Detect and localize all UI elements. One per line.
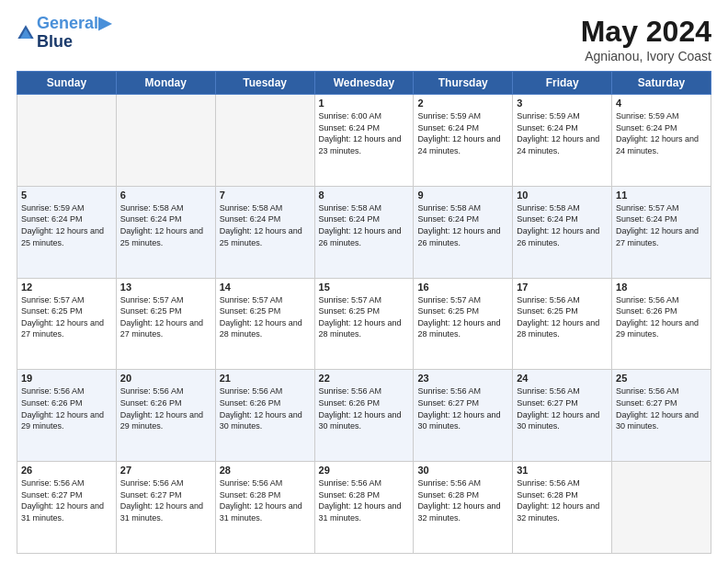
calendar-week-4: 19Sunrise: 5:56 AM Sunset: 6:26 PM Dayli… bbox=[17, 370, 711, 462]
calendar-cell: 20Sunrise: 5:56 AM Sunset: 6:26 PM Dayli… bbox=[116, 370, 215, 462]
day-number: 7 bbox=[220, 190, 311, 201]
day-number: 12 bbox=[21, 282, 112, 293]
calendar-cell: 30Sunrise: 5:56 AM Sunset: 6:28 PM Dayli… bbox=[414, 462, 513, 554]
day-number: 6 bbox=[120, 190, 211, 201]
day-number: 24 bbox=[517, 373, 608, 384]
calendar-cell: 18Sunrise: 5:56 AM Sunset: 6:26 PM Dayli… bbox=[612, 278, 711, 370]
calendar-cell bbox=[612, 462, 711, 554]
day-number: 17 bbox=[517, 282, 608, 293]
logo-icon bbox=[17, 24, 35, 42]
day-info: Sunrise: 5:56 AM Sunset: 6:26 PM Dayligh… bbox=[120, 385, 211, 431]
day-number: 14 bbox=[220, 282, 311, 293]
day-number: 13 bbox=[120, 282, 211, 293]
day-number: 29 bbox=[319, 465, 410, 476]
day-info: Sunrise: 5:56 AM Sunset: 6:25 PM Dayligh… bbox=[517, 294, 608, 340]
day-info: Sunrise: 5:59 AM Sunset: 6:24 PM Dayligh… bbox=[616, 110, 707, 156]
calendar-cell: 11Sunrise: 5:57 AM Sunset: 6:24 PM Dayli… bbox=[612, 186, 711, 278]
day-number: 19 bbox=[21, 373, 112, 384]
page: General▶ Blue May 2024 Agnianou, Ivory C… bbox=[0, 0, 728, 563]
calendar-cell: 21Sunrise: 5:56 AM Sunset: 6:26 PM Dayli… bbox=[215, 370, 314, 462]
calendar-cell: 17Sunrise: 5:56 AM Sunset: 6:25 PM Dayli… bbox=[513, 278, 612, 370]
calendar-cell: 27Sunrise: 5:56 AM Sunset: 6:27 PM Dayli… bbox=[116, 462, 215, 554]
calendar-cell: 12Sunrise: 5:57 AM Sunset: 6:25 PM Dayli… bbox=[17, 278, 117, 370]
day-info: Sunrise: 5:59 AM Sunset: 6:24 PM Dayligh… bbox=[417, 110, 508, 156]
day-info: Sunrise: 5:57 AM Sunset: 6:25 PM Dayligh… bbox=[220, 294, 311, 340]
calendar-cell: 2Sunrise: 5:59 AM Sunset: 6:24 PM Daylig… bbox=[414, 95, 513, 187]
day-info: Sunrise: 5:57 AM Sunset: 6:24 PM Dayligh… bbox=[616, 202, 707, 248]
calendar-cell: 7Sunrise: 5:58 AM Sunset: 6:24 PM Daylig… bbox=[215, 186, 314, 278]
day-info: Sunrise: 5:56 AM Sunset: 6:26 PM Dayligh… bbox=[220, 385, 311, 431]
day-info: Sunrise: 5:57 AM Sunset: 6:25 PM Dayligh… bbox=[319, 294, 410, 340]
day-info: Sunrise: 5:59 AM Sunset: 6:24 PM Dayligh… bbox=[517, 110, 608, 156]
calendar-week-1: 1Sunrise: 6:00 AM Sunset: 6:24 PM Daylig… bbox=[17, 95, 711, 187]
day-info: Sunrise: 5:56 AM Sunset: 6:26 PM Dayligh… bbox=[616, 294, 707, 340]
calendar-cell: 14Sunrise: 5:57 AM Sunset: 6:25 PM Dayli… bbox=[215, 278, 314, 370]
calendar-cell: 16Sunrise: 5:57 AM Sunset: 6:25 PM Dayli… bbox=[414, 278, 513, 370]
calendar-cell: 10Sunrise: 5:58 AM Sunset: 6:24 PM Dayli… bbox=[513, 186, 612, 278]
day-info: Sunrise: 5:56 AM Sunset: 6:27 PM Dayligh… bbox=[417, 385, 508, 431]
header-friday: Friday bbox=[513, 72, 612, 95]
calendar-cell: 23Sunrise: 5:56 AM Sunset: 6:27 PM Dayli… bbox=[414, 370, 513, 462]
day-number: 22 bbox=[319, 373, 410, 384]
day-number: 26 bbox=[21, 465, 112, 476]
logo: General▶ Blue bbox=[17, 15, 111, 52]
calendar-cell bbox=[17, 95, 117, 187]
day-info: Sunrise: 5:56 AM Sunset: 6:26 PM Dayligh… bbox=[21, 385, 112, 431]
calendar-cell: 3Sunrise: 5:59 AM Sunset: 6:24 PM Daylig… bbox=[513, 95, 612, 187]
logo-blue: Blue bbox=[37, 33, 111, 52]
day-number: 9 bbox=[417, 190, 508, 201]
calendar-cell: 8Sunrise: 5:58 AM Sunset: 6:24 PM Daylig… bbox=[314, 186, 414, 278]
calendar-cell: 1Sunrise: 6:00 AM Sunset: 6:24 PM Daylig… bbox=[314, 95, 414, 187]
day-info: Sunrise: 5:58 AM Sunset: 6:24 PM Dayligh… bbox=[220, 202, 311, 248]
title-location: Agnianou, Ivory Coast bbox=[581, 49, 711, 63]
day-number: 11 bbox=[616, 190, 707, 201]
day-number: 3 bbox=[517, 98, 608, 109]
day-number: 23 bbox=[417, 373, 508, 384]
calendar-cell: 26Sunrise: 5:56 AM Sunset: 6:27 PM Dayli… bbox=[17, 462, 117, 554]
day-info: Sunrise: 5:56 AM Sunset: 6:28 PM Dayligh… bbox=[220, 477, 311, 523]
calendar-cell: 19Sunrise: 5:56 AM Sunset: 6:26 PM Dayli… bbox=[17, 370, 117, 462]
calendar-cell: 29Sunrise: 5:56 AM Sunset: 6:28 PM Dayli… bbox=[314, 462, 414, 554]
calendar-week-2: 5Sunrise: 5:59 AM Sunset: 6:24 PM Daylig… bbox=[17, 186, 711, 278]
day-info: Sunrise: 5:58 AM Sunset: 6:24 PM Dayligh… bbox=[417, 202, 508, 248]
title-block: May 2024 Agnianou, Ivory Coast bbox=[581, 15, 711, 63]
calendar-cell: 28Sunrise: 5:56 AM Sunset: 6:28 PM Dayli… bbox=[215, 462, 314, 554]
day-number: 27 bbox=[120, 465, 211, 476]
day-info: Sunrise: 5:58 AM Sunset: 6:24 PM Dayligh… bbox=[120, 202, 211, 248]
day-number: 28 bbox=[220, 465, 311, 476]
day-number: 16 bbox=[417, 282, 508, 293]
day-number: 1 bbox=[319, 98, 410, 109]
day-info: Sunrise: 6:00 AM Sunset: 6:24 PM Dayligh… bbox=[319, 110, 410, 156]
calendar-cell: 5Sunrise: 5:59 AM Sunset: 6:24 PM Daylig… bbox=[17, 186, 117, 278]
day-info: Sunrise: 5:58 AM Sunset: 6:24 PM Dayligh… bbox=[517, 202, 608, 248]
day-number: 31 bbox=[517, 465, 608, 476]
day-info: Sunrise: 5:56 AM Sunset: 6:26 PM Dayligh… bbox=[319, 385, 410, 431]
day-number: 30 bbox=[417, 465, 508, 476]
day-info: Sunrise: 5:57 AM Sunset: 6:25 PM Dayligh… bbox=[417, 294, 508, 340]
calendar-cell: 9Sunrise: 5:58 AM Sunset: 6:24 PM Daylig… bbox=[414, 186, 513, 278]
header-saturday: Saturday bbox=[612, 72, 711, 95]
day-info: Sunrise: 5:58 AM Sunset: 6:24 PM Dayligh… bbox=[319, 202, 410, 248]
calendar-cell: 6Sunrise: 5:58 AM Sunset: 6:24 PM Daylig… bbox=[116, 186, 215, 278]
day-info: Sunrise: 5:59 AM Sunset: 6:24 PM Dayligh… bbox=[21, 202, 112, 248]
day-info: Sunrise: 5:56 AM Sunset: 6:27 PM Dayligh… bbox=[517, 385, 608, 431]
day-number: 18 bbox=[616, 282, 707, 293]
day-number: 15 bbox=[319, 282, 410, 293]
day-info: Sunrise: 5:57 AM Sunset: 6:25 PM Dayligh… bbox=[120, 294, 211, 340]
calendar-table: Sunday Monday Tuesday Wednesday Thursday… bbox=[17, 71, 711, 554]
day-number: 5 bbox=[21, 190, 112, 201]
calendar-cell: 13Sunrise: 5:57 AM Sunset: 6:25 PM Dayli… bbox=[116, 278, 215, 370]
calendar-cell: 22Sunrise: 5:56 AM Sunset: 6:26 PM Dayli… bbox=[314, 370, 414, 462]
header-tuesday: Tuesday bbox=[215, 72, 314, 95]
day-info: Sunrise: 5:56 AM Sunset: 6:28 PM Dayligh… bbox=[417, 477, 508, 523]
day-info: Sunrise: 5:56 AM Sunset: 6:28 PM Dayligh… bbox=[319, 477, 410, 523]
calendar-cell bbox=[116, 95, 215, 187]
day-info: Sunrise: 5:56 AM Sunset: 6:27 PM Dayligh… bbox=[120, 477, 211, 523]
logo-general: General bbox=[37, 14, 98, 32]
day-number: 21 bbox=[220, 373, 311, 384]
calendar-cell bbox=[215, 95, 314, 187]
day-number: 20 bbox=[120, 373, 211, 384]
logo-text: General▶ Blue bbox=[37, 15, 111, 52]
calendar-cell: 25Sunrise: 5:56 AM Sunset: 6:27 PM Dayli… bbox=[612, 370, 711, 462]
header: General▶ Blue May 2024 Agnianou, Ivory C… bbox=[17, 15, 711, 63]
